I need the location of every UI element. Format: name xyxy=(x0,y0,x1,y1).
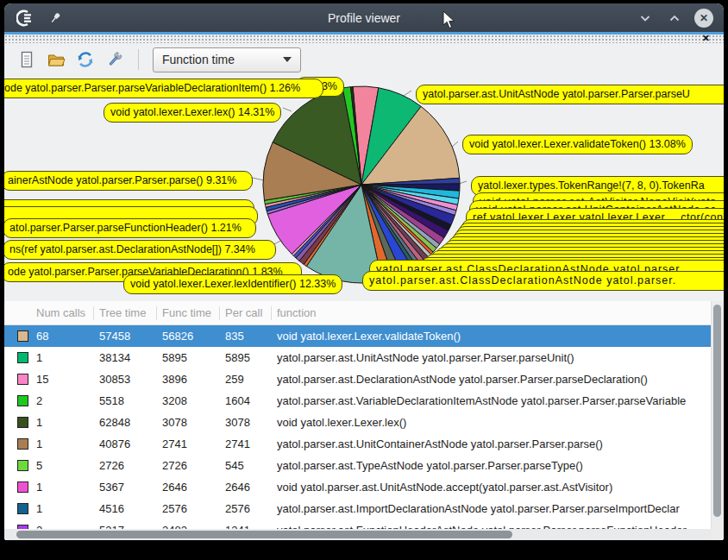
row-color-swatch xyxy=(17,417,28,428)
open-folder-icon[interactable] xyxy=(47,50,66,69)
document-icon[interactable] xyxy=(17,50,36,69)
cell-num-calls: 1 xyxy=(36,481,99,494)
pie-slice-label: yatol.parser.ast.UnitAstNode yatol.parse… xyxy=(416,85,724,104)
cell-num-calls: 1 xyxy=(36,502,99,515)
cell-tree-time: 38134 xyxy=(99,351,162,364)
vertical-scrollbar-thumb[interactable] xyxy=(713,305,721,517)
row-color-swatch xyxy=(17,438,28,450)
dock-handle[interactable]: ✕ xyxy=(4,35,724,43)
wrench-icon[interactable] xyxy=(105,50,124,69)
cell-func-time: 2741 xyxy=(162,437,225,450)
cell-num-calls: 68 xyxy=(36,330,99,343)
cell-function: void yatol.lexer.Lexer.lex() xyxy=(277,416,724,429)
window-title: Profile viewer xyxy=(4,11,724,25)
cell-func-time: 2646 xyxy=(162,481,225,494)
col-num-calls[interactable]: Num calls xyxy=(31,306,94,320)
table-row[interactable]: 1 38134 5895 5895 yatol.parser.ast.UnitA… xyxy=(4,347,724,368)
table-row[interactable]: 5 2726 2726 545 yatol.parser.ast.TypeAst… xyxy=(4,455,724,476)
pie-slice-label: void yatol.lexer.Lexer.lex() 14.31% xyxy=(104,103,281,123)
cell-func-time: 5895 xyxy=(162,351,225,364)
col-function[interactable]: function xyxy=(272,306,724,320)
row-color-swatch xyxy=(17,395,28,406)
horizontal-scrollbar-thumb[interactable] xyxy=(16,531,512,538)
table-row[interactable]: 15 30853 3896 259 yatol.parser.ast.Decla… xyxy=(4,368,724,390)
cell-per-call: 835 xyxy=(225,330,277,343)
row-color-swatch xyxy=(17,330,28,342)
pie-slice-label: yatol.parser.ast.ClassDeclarationAstNode… xyxy=(362,271,724,291)
minimize-button[interactable] xyxy=(636,9,655,28)
cell-tree-time: 5367 xyxy=(99,481,162,494)
table-row[interactable]: 1 5367 2646 2646 void yatol.parser.ast.U… xyxy=(4,476,724,498)
view-mode-select[interactable]: Function time xyxy=(153,47,301,72)
cell-func-time: 56826 xyxy=(162,330,225,343)
profile-viewer-window: Profile viewer xyxy=(4,3,724,540)
cell-tree-time: 5518 xyxy=(99,394,162,407)
pie-slice-label: ode yatol.parser.Parser.parseVariableDec… xyxy=(4,79,323,98)
cell-per-call: 545 xyxy=(225,459,277,472)
cell-func-time: 3078 xyxy=(162,416,225,429)
close-button[interactable]: ✕ xyxy=(694,9,713,28)
cell-function: yatol.parser.ast.TypeAstNode yatol.parse… xyxy=(277,459,724,472)
cell-function: yatol.parser.ast.DeclarationAstNode yato… xyxy=(277,373,724,386)
cell-func-time: 3208 xyxy=(162,394,225,407)
chevron-down-icon xyxy=(283,57,292,62)
table-header: Num calls Tree time Func time Per call f… xyxy=(4,301,724,325)
cell-num-calls: 5 xyxy=(36,459,99,472)
col-tree-time[interactable]: Tree time xyxy=(94,306,157,320)
cell-tree-time: 57458 xyxy=(99,330,162,343)
table-row[interactable]: 1 62848 3078 3078 void yatol.lexer.Lexer… xyxy=(4,412,724,433)
row-color-swatch xyxy=(17,503,28,514)
cell-per-call: 2646 xyxy=(225,481,277,494)
horizontal-scrollbar[interactable] xyxy=(4,529,712,540)
cell-function: void yatol.lexer.Lexer.validateToken() xyxy=(277,330,724,343)
cell-per-call: 1604 xyxy=(225,394,277,407)
cell-function: yatol.parser.ast.ImportDeclarationAstNod… xyxy=(277,502,724,515)
col-func-time[interactable]: Func time xyxy=(157,306,220,320)
cell-func-time: 2576 xyxy=(162,502,225,515)
cell-num-calls: 2 xyxy=(36,394,99,407)
table-row[interactable]: 2 5518 3208 1604 yatol.parser.ast.Variab… xyxy=(4,390,724,412)
row-color-swatch xyxy=(17,352,28,363)
cell-tree-time: 30853 xyxy=(99,373,162,386)
col-per-call[interactable]: Per call xyxy=(220,306,272,320)
cell-tree-time: 4516 xyxy=(99,502,162,515)
cell-function: yatol.parser.ast.VariableDeclarationItem… xyxy=(277,394,724,407)
cell-tree-time: 62848 xyxy=(99,416,162,429)
callout-connector-line xyxy=(404,91,411,96)
toolbar: Function time xyxy=(4,43,724,76)
cell-function: yatol.parser.ast.UnitAstNode yatol.parse… xyxy=(277,351,724,364)
cell-function: void yatol.parser.ast.UnitAstNode.accept… xyxy=(277,481,724,494)
cell-num-calls: 1 xyxy=(36,416,99,429)
cell-per-call: 2741 xyxy=(225,437,277,450)
row-color-swatch xyxy=(17,481,28,493)
mouse-cursor xyxy=(442,10,456,31)
refresh-icon[interactable] xyxy=(76,50,95,69)
maximize-button[interactable] xyxy=(665,9,684,28)
cell-per-call: 3078 xyxy=(225,416,277,429)
pie-slice-label: atol.parser.Parser.parseFunctionHeader()… xyxy=(4,218,256,238)
cell-function: yatol.parser.ast.UnitContainerAstNode ya… xyxy=(277,437,724,450)
view-mode-value: Function time xyxy=(162,53,235,66)
pie-slice-label: ns(ref yatol.parser.ast.DeclarationAstNo… xyxy=(4,240,276,260)
titlebar: Profile viewer xyxy=(4,3,724,32)
table-row[interactable]: 1 40876 2741 2741 yatol.parser.ast.UnitC… xyxy=(4,433,724,455)
table-body: 68 57458 56826 835 void yatol.lexer.Lexe… xyxy=(4,325,724,540)
dock-close-icon[interactable]: ✕ xyxy=(702,34,710,43)
row-color-swatch xyxy=(17,460,28,471)
pie-slice-label: void yatol.lexer.Lexer.validateToken() 1… xyxy=(462,135,693,154)
app-logo-icon[interactable] xyxy=(16,9,35,28)
results-table: Num calls Tree time Func time Per call f… xyxy=(4,301,724,540)
toolbar-separator xyxy=(138,49,139,70)
pin-icon[interactable] xyxy=(46,9,65,28)
cell-func-time: 3896 xyxy=(162,373,225,386)
cell-num-calls: 1 xyxy=(36,351,99,364)
cell-per-call: 2576 xyxy=(225,502,277,515)
cell-per-call: 259 xyxy=(225,373,277,386)
vertical-scrollbar[interactable] xyxy=(711,301,724,540)
table-row[interactable]: 68 57458 56826 835 void yatol.lexer.Lexe… xyxy=(4,325,724,347)
pie-chart-area: 03%ode yatol.parser.Parser.parseVariable… xyxy=(4,76,724,301)
pie-slice-label: void yatol.lexer.Lexer.lexIdentifier() 1… xyxy=(123,274,342,294)
table-row[interactable]: 1 4516 2576 2576 yatol.parser.ast.Import… xyxy=(4,498,724,519)
callout-connector-line xyxy=(283,108,292,111)
row-color-swatch xyxy=(17,374,28,385)
